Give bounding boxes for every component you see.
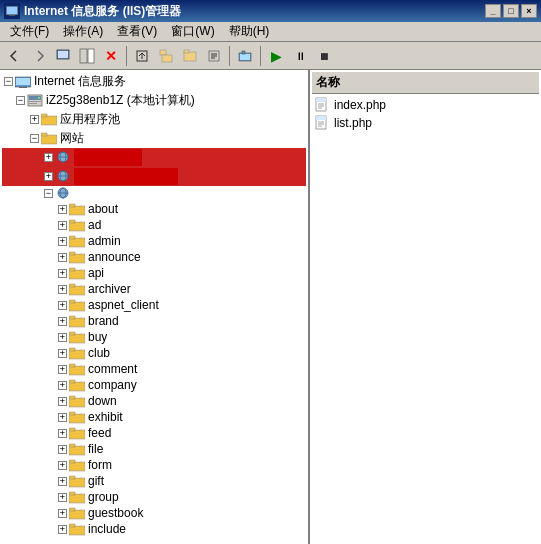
toolbar: ✕ ▶ ⏸ ⏹: [0, 42, 541, 70]
folder-ad-icon: [69, 219, 85, 232]
svg-rect-74: [69, 460, 75, 463]
subfolder-label-guestbook: guestbook: [88, 506, 143, 520]
show-hide-button[interactable]: [76, 45, 98, 67]
tree-root[interactable]: − Internet 信息服务: [2, 72, 306, 91]
tree-subfolder-company[interactable]: + company: [2, 377, 306, 393]
svg-rect-45: [69, 238, 85, 247]
folder-buy-icon: [69, 331, 85, 344]
stop-button[interactable]: ⏹: [313, 45, 335, 67]
expand-guestbook[interactable]: +: [58, 509, 67, 518]
minimize-button[interactable]: _: [485, 4, 501, 18]
tree-subfolder-group[interactable]: + group: [2, 489, 306, 505]
tree-subfolder-brand[interactable]: + brand: [2, 313, 306, 329]
browse-button[interactable]: [179, 45, 201, 67]
folder-group-icon: [69, 491, 85, 504]
file-item-list[interactable]: list.php: [312, 114, 539, 132]
expand-api[interactable]: +: [58, 269, 67, 278]
tree-subfolder-aspnet_client[interactable]: + aspnet_client: [2, 297, 306, 313]
delete-button[interactable]: ✕: [100, 45, 122, 67]
expand-company[interactable]: +: [58, 381, 67, 390]
svg-rect-72: [69, 444, 75, 447]
pause-button[interactable]: ⏸: [289, 45, 311, 67]
menu-action[interactable]: 操作(A): [57, 21, 109, 42]
svg-rect-12: [184, 50, 189, 53]
folder-company-icon: [69, 379, 85, 392]
subfolder-label-archiver: archiver: [88, 282, 131, 296]
svg-rect-58: [69, 332, 75, 335]
expand-site2[interactable]: +: [44, 172, 53, 181]
svg-rect-82: [69, 524, 75, 527]
menu-help[interactable]: 帮助(H): [223, 21, 276, 42]
folder-comment-icon: [69, 363, 85, 376]
menu-view[interactable]: 查看(V): [111, 21, 163, 42]
expand-form[interactable]: +: [58, 461, 67, 470]
tree-subfolder-api[interactable]: + api: [2, 265, 306, 281]
tree-subfolder-file[interactable]: + file: [2, 441, 306, 457]
forward-button[interactable]: [28, 45, 50, 67]
tree-subfolder-gift[interactable]: + gift: [2, 473, 306, 489]
tree-subfolder-include[interactable]: + include: [2, 521, 306, 537]
maximize-button[interactable]: □: [503, 4, 519, 18]
expand-comment[interactable]: +: [58, 365, 67, 374]
expand-site1[interactable]: +: [44, 153, 53, 162]
export-button[interactable]: [131, 45, 153, 67]
tree-panel[interactable]: − Internet 信息服务 − iZ25g38enb1Z (本地计算机): [0, 70, 310, 544]
subfolder-label-announce: announce: [88, 250, 141, 264]
expand-apppool[interactable]: +: [30, 115, 39, 124]
svg-rect-62: [69, 364, 75, 367]
tree-subfolder-down[interactable]: + down: [2, 393, 306, 409]
expand-archiver[interactable]: +: [58, 285, 67, 294]
tree-site1[interactable]: +: [2, 148, 306, 167]
back-button[interactable]: [4, 45, 26, 67]
expand-group[interactable]: +: [58, 493, 67, 502]
menu-window[interactable]: 窗口(W): [165, 21, 220, 42]
tree-subfolder-exhibit[interactable]: + exhibit: [2, 409, 306, 425]
svg-rect-44: [69, 220, 75, 223]
expand-gift[interactable]: +: [58, 477, 67, 486]
expand-root[interactable]: −: [4, 77, 13, 86]
tree-server[interactable]: − iZ25g38enb1Z (本地计算机): [2, 91, 306, 110]
iis-manager-button[interactable]: [234, 45, 256, 67]
tree-subfolder-club[interactable]: + club: [2, 345, 306, 361]
expand-admin[interactable]: +: [58, 237, 67, 246]
tree-subfolder-announce[interactable]: + announce: [2, 249, 306, 265]
tree-subfolder-guestbook[interactable]: + guestbook: [2, 505, 306, 521]
folder-brand-icon: [69, 315, 85, 328]
expand-websites[interactable]: −: [30, 134, 39, 143]
import-button[interactable]: [155, 45, 177, 67]
tree-subfolder-feed[interactable]: + feed: [2, 425, 306, 441]
tree-subfolder-buy[interactable]: + buy: [2, 329, 306, 345]
expand-brand[interactable]: +: [58, 317, 67, 326]
tree-subfolder-comment[interactable]: + comment: [2, 361, 306, 377]
expand-file[interactable]: +: [58, 445, 67, 454]
tree-site3[interactable]: −: [2, 186, 306, 201]
expand-feed[interactable]: +: [58, 429, 67, 438]
properties-button[interactable]: [203, 45, 225, 67]
expand-aspnet_client[interactable]: +: [58, 301, 67, 310]
close-button[interactable]: ×: [521, 4, 537, 18]
separator-1: [126, 46, 127, 66]
tree-subfolder-ad[interactable]: + ad: [2, 217, 306, 233]
expand-ad[interactable]: +: [58, 221, 67, 230]
tree-subfolder-form[interactable]: + form: [2, 457, 306, 473]
expand-down[interactable]: +: [58, 397, 67, 406]
expand-buy[interactable]: +: [58, 333, 67, 342]
tree-subfolder-admin[interactable]: + admin: [2, 233, 306, 249]
tree-subfolder-archiver[interactable]: + archiver: [2, 281, 306, 297]
tree-subfolder-about[interactable]: + about: [2, 201, 306, 217]
tree-site2[interactable]: +: [2, 167, 306, 186]
expand-announce[interactable]: +: [58, 253, 67, 262]
file-item-index[interactable]: index.php: [312, 96, 539, 114]
expand-about[interactable]: +: [58, 205, 67, 214]
tree-apppool[interactable]: + 应用程序池: [2, 110, 306, 129]
expand-exhibit[interactable]: +: [58, 413, 67, 422]
menu-file[interactable]: 文件(F): [4, 21, 55, 42]
start-button[interactable]: ▶: [265, 45, 287, 67]
subfolders-container: + about + ad + admin + announce +: [2, 201, 306, 537]
home-button[interactable]: [52, 45, 74, 67]
expand-server[interactable]: −: [16, 96, 25, 105]
expand-include[interactable]: +: [58, 525, 67, 534]
tree-websites[interactable]: − 网站: [2, 129, 306, 148]
expand-site3[interactable]: −: [44, 189, 53, 198]
expand-club[interactable]: +: [58, 349, 67, 358]
